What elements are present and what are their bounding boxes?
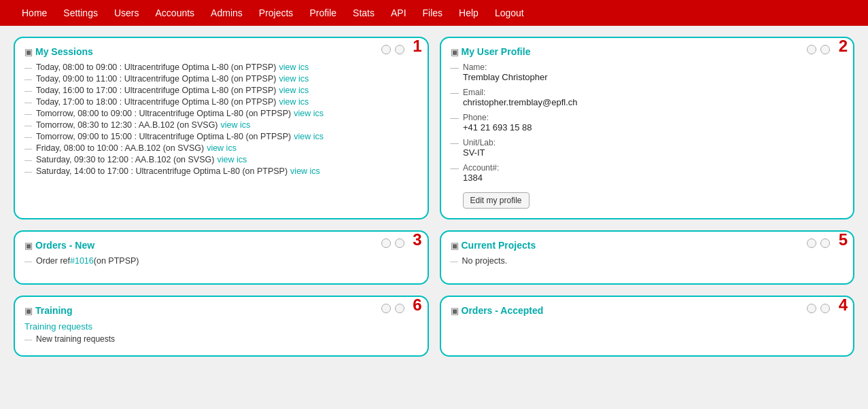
widget-header-1: ▣ My Sessions [24,46,418,57]
nav-link-admins[interactable]: Admins [203,7,251,18]
nav-link-home[interactable]: Home [14,7,55,18]
nav-link-help[interactable]: Help [451,7,487,18]
widget-control-circle-5a[interactable] [807,238,816,248]
widget-header-icon-3: ▣ [24,241,33,251]
session-ics-link-7[interactable]: view ics [207,143,237,153]
order-ref-link[interactable]: #1016 [70,256,94,266]
session-ics-link-4[interactable]: view ics [294,109,324,118]
widget-control-circle-1a[interactable] [381,45,391,54]
profile-field-0: —Name:Tremblay Christopher [451,63,844,82]
widget-controls-4 [807,304,830,313]
orders-accepted-widget: 4 ▣ Orders - Accepted [440,296,855,357]
session-item-2: —Today, 16:00 to 17:00 : Ultracentrifuge… [24,86,418,95]
session-ics-link-2[interactable]: view ics [279,86,309,95]
nav-link-projects[interactable]: Projects [251,7,302,18]
widget-header-4: ▣ Orders - Accepted [451,305,844,316]
edit-profile-button[interactable]: Edit my profile [463,192,530,209]
widget-control-circle-4a[interactable] [807,304,816,313]
session-ics-link-0[interactable]: view ics [279,63,309,72]
widget-control-circle-3b[interactable] [395,238,404,248]
widget-header-icon-4: ▣ [451,306,459,316]
widget-number-6: 6 [413,296,421,315]
my-user-profile-title[interactable]: My User Profile [462,46,531,57]
session-ics-link-5[interactable]: view ics [221,120,251,130]
training-title[interactable]: Training [35,305,72,316]
session-item-6: —Tomorrow, 09:00 to 15:00 : Ultracentrif… [24,132,418,141]
widget-controls-2 [807,45,830,54]
order-item-1: — Order ref #1016 (on PTPSP) [24,256,418,266]
session-ics-link-8[interactable]: view ics [217,155,247,164]
widget-controls-6 [381,304,404,313]
widget-header-3: ▣ Orders - New [24,240,418,251]
session-item-3: —Today, 17:00 to 18:00 : Ultracentrifuge… [24,97,418,107]
profile-field-4: —Account#:1384 [451,163,844,183]
widget-header-2: ▣ My User Profile [451,46,844,57]
widget-header-5: ▣ Current Projects [451,240,844,251]
widget-controls-1 [381,45,404,54]
session-item-0: —Today, 08:00 to 09:00 : Ultracentrifuge… [24,63,418,72]
sessions-list: —Today, 08:00 to 09:00 : Ultracentrifuge… [24,63,418,176]
nav-link-settings[interactable]: Settings [55,7,106,18]
order-text-suffix: (on PTPSP) [94,256,139,266]
no-projects-message: — No projects. [451,256,844,266]
widget-header-6: ▣ Training [24,305,418,316]
session-item-9: —Saturday, 14:00 to 17:00 : Ultracentrif… [24,166,418,176]
widget-control-circle-5b[interactable] [820,238,830,248]
training-sub-text: — New training requests [24,334,418,344]
widget-control-circle-1b[interactable] [395,45,404,54]
nav-link-api[interactable]: API [383,7,415,18]
widget-control-circle-6b[interactable] [395,304,404,313]
current-projects-title[interactable]: Current Projects [462,240,536,251]
my-sessions-widget: 1 ▣ My Sessions —Today, 08:00 to 09:00 :… [14,37,429,219]
widget-header-icon-6: ▣ [24,306,33,316]
orders-accepted-title[interactable]: Orders - Accepted [462,305,544,316]
widget-number-2: 2 [839,37,848,56]
nav-link-logout[interactable]: Logout [487,7,532,18]
nav-link-files[interactable]: Files [415,7,451,18]
nav-link-accounts[interactable]: Accounts [147,7,203,18]
widget-header-icon-1: ▣ [24,47,33,57]
session-item-1: —Today, 09:00 to 11:00 : Ultracentrifuge… [24,74,418,84]
widget-controls-3 [381,238,404,248]
profile-field-2: —Phone:+41 21 693 15 88 [451,113,844,132]
widget-number-1: 1 [413,37,421,56]
session-ics-link-3[interactable]: view ics [279,97,309,107]
session-item-7: —Friday, 08:00 to 10:00 : AA.B.102 (on S… [24,143,418,153]
widget-controls-5 [807,238,830,248]
widget-header-icon-2: ▣ [451,47,459,57]
session-item-5: —Tomorrow, 08:30 to 12:30 : AA.B.102 (on… [24,120,418,130]
widget-control-circle-2a[interactable] [807,45,816,54]
nav-link-users[interactable]: Users [106,7,147,18]
order-text-prefix: Order ref [36,256,70,266]
widget-header-icon-5: ▣ [451,241,459,251]
session-ics-link-6[interactable]: view ics [294,132,324,141]
widget-control-circle-2b[interactable] [820,45,830,54]
profile-field-3: —Unit/Lab:SV-IT [451,138,844,158]
widget-control-circle-4b[interactable] [820,304,830,313]
training-requests-link[interactable]: Training requests [24,321,418,332]
profile-field-1: —Email:christopher.tremblay@epfl.ch [451,88,844,107]
session-item-8: —Saturday, 09:30 to 12:00 : AA.B.102 (on… [24,155,418,164]
dashboard-grid: 1 ▣ My Sessions —Today, 08:00 to 09:00 :… [0,26,868,368]
my-sessions-title[interactable]: My Sessions [35,46,93,57]
session-ics-link-1[interactable]: view ics [279,74,309,84]
session-item-4: —Tomorrow, 08:00 to 09:00 : Ultracentrif… [24,109,418,118]
main-nav: HomeSettingsUsersAccountsAdminsProjectsP… [0,0,868,26]
orders-new-widget: 3 ▣ Orders - New — Order ref #1016 (on P… [14,230,429,285]
session-ics-link-9[interactable]: view ics [290,166,320,176]
widget-control-circle-6a[interactable] [381,304,391,313]
nav-link-profile[interactable]: Profile [301,7,345,18]
widget-number-3: 3 [413,230,421,249]
widget-control-circle-3a[interactable] [381,238,391,248]
widget-number-4: 4 [839,296,848,315]
current-projects-widget: 5 ▣ Current Projects — No projects. [440,230,855,285]
training-widget: 6 ▣ Training Training requests — New tra… [14,296,429,357]
orders-new-title[interactable]: Orders - New [35,240,94,251]
nav-link-stats[interactable]: Stats [345,7,383,18]
my-user-profile-widget: 2 ▣ My User Profile —Name:Tremblay Chris… [440,37,855,219]
widget-number-5: 5 [839,230,848,249]
profile-fields-list: —Name:Tremblay Christopher—Email:christo… [451,63,844,183]
